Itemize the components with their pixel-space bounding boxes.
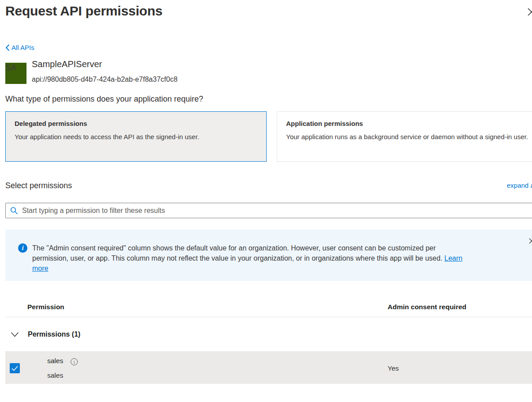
banner-line-1: The "Admin consent required" column show… bbox=[32, 244, 436, 252]
info-icon: i bbox=[18, 243, 27, 253]
delegated-permissions-card[interactable]: Delegated permissions Your application n… bbox=[5, 111, 267, 162]
expand-all-link[interactable]: expand all bbox=[507, 182, 532, 189]
permission-admin-consent-value: Yes bbox=[388, 364, 399, 372]
api-avatar: SA bbox=[5, 63, 26, 84]
learn-more-link[interactable]: Learn bbox=[445, 254, 463, 262]
banner-line-2: permission, user, or app. This column ma… bbox=[32, 254, 442, 262]
permission-search-box[interactable] bbox=[5, 203, 532, 218]
column-header-permission: Permission bbox=[27, 303, 64, 311]
banner-close-icon[interactable] bbox=[528, 238, 532, 244]
table-header-divider bbox=[5, 317, 532, 317]
application-permissions-title: Application permissions bbox=[286, 120, 531, 127]
back-link-all-apis[interactable]: All APIs bbox=[5, 44, 34, 51]
permission-type-cards: Delegated permissions Your application n… bbox=[5, 111, 532, 162]
column-header-admin-consent: Admin consent required bbox=[388, 303, 466, 311]
learn-more-link-wrap[interactable]: more bbox=[32, 265, 48, 272]
permissions-group-row[interactable]: Permissions (1) bbox=[11, 330, 80, 338]
api-name: SampleAPIServer bbox=[32, 59, 102, 69]
chevron-left-icon bbox=[5, 45, 9, 51]
application-permissions-description: Your application runs as a background se… bbox=[286, 132, 531, 142]
api-avatar-initials: SA bbox=[5, 63, 16, 72]
admin-consent-info-banner: i The "Admin consent required" column sh… bbox=[5, 230, 532, 281]
permission-info-icon[interactable]: i bbox=[71, 358, 78, 365]
back-link-label: All APIs bbox=[11, 44, 34, 51]
application-permissions-card[interactable]: Application permissions Your application… bbox=[277, 111, 532, 162]
delegated-permissions-title: Delegated permissions bbox=[15, 120, 257, 127]
permission-type-question: What type of permissions does your appli… bbox=[5, 95, 203, 104]
page-title: Request API permissions bbox=[5, 4, 162, 19]
select-permissions-heading: Select permissions bbox=[5, 181, 72, 190]
permission-row-sales[interactable]: sales i sales Yes bbox=[5, 351, 532, 384]
permission-description: sales bbox=[47, 372, 63, 379]
permissions-group-label: Permissions (1) bbox=[28, 330, 80, 338]
banner-text: The "Admin consent required" column show… bbox=[32, 243, 522, 273]
delegated-permissions-description: Your application needs to access the API… bbox=[15, 132, 257, 142]
search-input[interactable] bbox=[21, 206, 532, 215]
search-icon bbox=[10, 207, 18, 214]
check-icon bbox=[11, 366, 18, 371]
api-uri: api://980db805-d4b7-424a-b2ab-e7f8a37cf0… bbox=[32, 76, 177, 83]
permission-name: sales bbox=[47, 357, 63, 365]
chevron-down-icon bbox=[11, 332, 19, 337]
permission-checkbox[interactable] bbox=[10, 363, 20, 373]
close-icon[interactable] bbox=[527, 8, 532, 16]
